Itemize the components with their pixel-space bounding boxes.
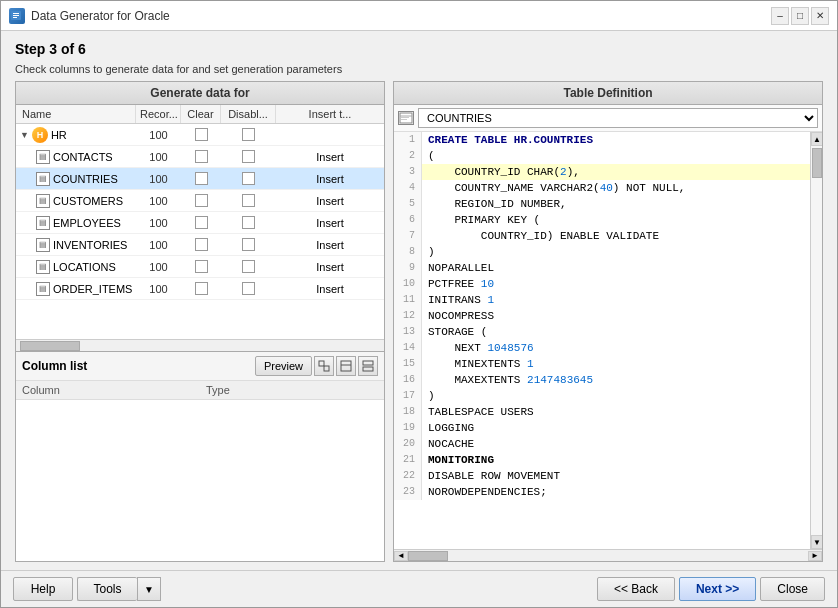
tree-row-locations[interactable]: ▤ LOCATIONS 100 Insert xyxy=(16,256,384,278)
countries-records: 100 xyxy=(136,173,181,185)
step-description: Check columns to generate data for and s… xyxy=(15,63,823,75)
table-icon-employees: ▤ xyxy=(36,216,50,230)
next-button[interactable]: Next >> xyxy=(679,577,756,601)
tree-row-customers[interactable]: ▤ CUSTOMERS 100 Insert xyxy=(16,190,384,212)
code-line-7: 7 COUNTRY_ID) ENABLE VALIDATE xyxy=(394,228,810,244)
col-table-header: Column Type xyxy=(16,381,384,400)
code-line-8: 8 ) xyxy=(394,244,810,260)
code-hscrollbar[interactable]: ◄ ► xyxy=(394,549,822,561)
table-icon-customers: ▤ xyxy=(36,194,50,208)
tree-row-countries[interactable]: ▤ COUNTRIES 100 Insert xyxy=(16,168,384,190)
contacts-clear xyxy=(181,150,221,163)
tree-row-hr[interactable]: ▼ H HR 100 xyxy=(16,124,384,146)
col-header-column: Column xyxy=(16,381,200,399)
tree-row-inventories[interactable]: ▤ INVENTORIES 100 Insert xyxy=(16,234,384,256)
right-panel-header: Table Definition xyxy=(394,82,822,105)
hr-disable xyxy=(221,128,276,141)
employees-insert: Insert xyxy=(276,217,384,229)
col-header-type: Type xyxy=(200,381,384,399)
minimize-button[interactable]: – xyxy=(771,7,789,25)
col-icon-btn-2[interactable] xyxy=(336,356,356,376)
employees-clear-chk[interactable] xyxy=(195,216,208,229)
locations-name: ▤ LOCATIONS xyxy=(16,260,136,274)
schema-icon: H xyxy=(32,127,48,143)
tree-row-employees[interactable]: ▤ EMPLOYEES 100 Insert xyxy=(16,212,384,234)
close-button[interactable]: Close xyxy=(760,577,825,601)
inventories-disable xyxy=(221,238,276,251)
contacts-disable-chk[interactable] xyxy=(242,150,255,163)
customers-insert: Insert xyxy=(276,195,384,207)
bottom-right-buttons: << Back Next >> Close xyxy=(597,577,825,601)
hr-clear-checkbox[interactable] xyxy=(195,128,208,141)
countries-clear-chk[interactable] xyxy=(195,172,208,185)
hscroll-right-btn[interactable]: ► xyxy=(808,551,822,561)
col-icon-btn-3[interactable] xyxy=(358,356,378,376)
code-line-4: 4 COUNTRY_NAME VARCHAR2(40) NOT NULL, xyxy=(394,180,810,196)
table-select-icon xyxy=(398,111,414,125)
contacts-records: 100 xyxy=(136,151,181,163)
table-select-row: COUNTRIES xyxy=(394,105,822,132)
svg-rect-5 xyxy=(324,366,329,371)
main-panels: Generate data for Name Recor... Clear Di… xyxy=(15,81,823,562)
col-list-header: Column list Preview xyxy=(16,352,384,381)
code-line-19: 19 LOGGING xyxy=(394,420,810,436)
code-vscrollbar[interactable]: ▲ ▼ xyxy=(810,132,822,549)
inventories-disable-chk[interactable] xyxy=(242,238,255,251)
app-window: Data Generator for Oracle – □ ✕ Step 3 o… xyxy=(0,0,838,608)
code-line-13: 13 STORAGE ( xyxy=(394,324,810,340)
employees-clear xyxy=(181,216,221,229)
hr-clear xyxy=(181,128,221,141)
tree-h-thumb xyxy=(20,341,80,351)
countries-disable-chk[interactable] xyxy=(242,172,255,185)
col-icon-btn-1[interactable] xyxy=(314,356,334,376)
locations-insert: Insert xyxy=(276,261,384,273)
customers-disable-chk[interactable] xyxy=(242,194,255,207)
customers-clear-chk[interactable] xyxy=(195,194,208,207)
table-select-dropdown[interactable]: COUNTRIES xyxy=(418,108,818,128)
code-line-17: 17 ) xyxy=(394,388,810,404)
tools-dropdown-button[interactable]: ▼ xyxy=(137,577,161,601)
preview-button[interactable]: Preview xyxy=(255,356,312,376)
hscroll-thumb xyxy=(408,551,448,561)
inventories-clear-chk[interactable] xyxy=(195,238,208,251)
tools-button[interactable]: Tools xyxy=(77,577,137,601)
employees-disable xyxy=(221,216,276,229)
code-line-11: 11 INITRANS 1 xyxy=(394,292,810,308)
employees-disable-chk[interactable] xyxy=(242,216,255,229)
tree-h-scrollbar[interactable] xyxy=(16,339,384,351)
locations-label: LOCATIONS xyxy=(53,261,116,273)
locations-records: 100 xyxy=(136,261,181,273)
step-label: Step 3 of 6 xyxy=(15,41,823,57)
content-area: Step 3 of 6 Check columns to generate da… xyxy=(1,31,837,570)
locations-disable-chk[interactable] xyxy=(242,260,255,273)
order-items-records: 100 xyxy=(136,283,181,295)
order-items-disable-chk[interactable] xyxy=(242,282,255,295)
code-line-6: 6 PRIMARY KEY ( xyxy=(394,212,810,228)
col-header-disable: Disabl... xyxy=(221,105,276,123)
employees-records: 100 xyxy=(136,217,181,229)
order-items-clear-chk[interactable] xyxy=(195,282,208,295)
app-icon xyxy=(9,8,25,24)
countries-disable xyxy=(221,172,276,185)
customers-label: CUSTOMERS xyxy=(53,195,123,207)
maximize-button[interactable]: □ xyxy=(791,7,809,25)
hr-label: HR xyxy=(51,129,67,141)
vscroll-up-btn[interactable]: ▲ xyxy=(811,132,822,146)
tree-row-order-items[interactable]: ▤ ORDER_ITEMS 100 Insert xyxy=(16,278,384,300)
back-button[interactable]: << Back xyxy=(597,577,675,601)
hr-disable-checkbox[interactable] xyxy=(242,128,255,141)
table-icon-inventories: ▤ xyxy=(36,238,50,252)
code-container: 1 CREATE TABLE HR.COUNTRIES 2 ( 3 COUNTR… xyxy=(394,132,822,549)
locations-clear-chk[interactable] xyxy=(195,260,208,273)
help-button[interactable]: Help xyxy=(13,577,73,601)
vscroll-down-btn[interactable]: ▼ xyxy=(811,535,822,549)
title-bar: Data Generator for Oracle – □ ✕ xyxy=(1,1,837,31)
left-panel-header: Generate data for xyxy=(16,82,384,105)
code-line-14: 14 NEXT 1048576 xyxy=(394,340,810,356)
tree-row-contacts[interactable]: ▤ CONTACTS 100 Insert xyxy=(16,146,384,168)
hscroll-left-btn[interactable]: ◄ xyxy=(394,551,408,561)
contacts-clear-chk[interactable] xyxy=(195,150,208,163)
close-window-button[interactable]: ✕ xyxy=(811,7,829,25)
countries-insert: Insert xyxy=(276,173,384,185)
code-area[interactable]: 1 CREATE TABLE HR.COUNTRIES 2 ( 3 COUNTR… xyxy=(394,132,810,549)
